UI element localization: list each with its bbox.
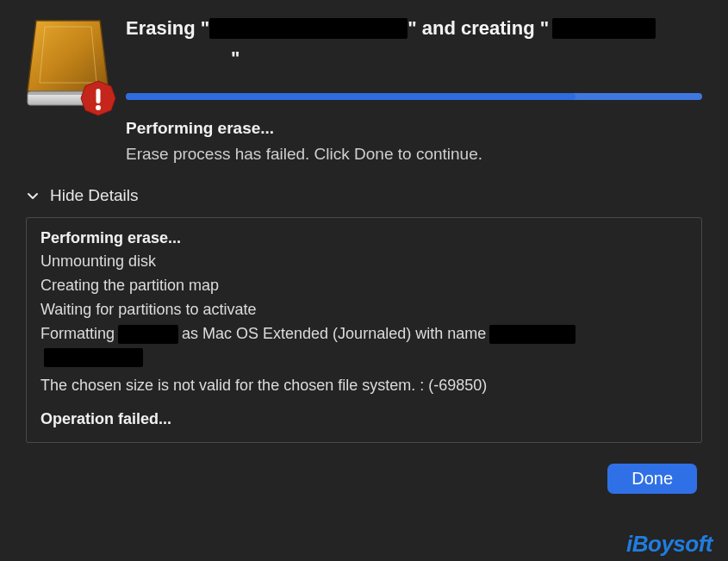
- title-prefix: Erasing ": [126, 16, 209, 42]
- svg-point-6: [96, 105, 101, 110]
- status-subtext: Erase process has failed. Click Done to …: [126, 145, 702, 164]
- progress-bar: [126, 93, 702, 100]
- title-suffix: ": [231, 46, 240, 72]
- log-line-continuation: [40, 346, 688, 369]
- details-toggle-label: Hide Details: [50, 186, 138, 205]
- dialog-title-line2: ": [126, 46, 702, 72]
- drive-icon: [26, 17, 110, 112]
- done-button[interactable]: Done: [607, 464, 697, 494]
- redacted-continuation: [44, 348, 143, 367]
- svg-rect-5: [96, 89, 101, 103]
- details-log: Performing erase... Unmounting disk Crea…: [26, 217, 702, 443]
- progress-fill: [126, 93, 576, 100]
- log-line-error: The chosen size is not valid for the cho…: [40, 374, 688, 398]
- redacted-volume-name: [489, 325, 576, 344]
- fmt-prefix: Formatting: [40, 322, 115, 346]
- log-line: Creating the partition map: [40, 274, 688, 298]
- log-line: Waiting for partitions to activate: [40, 298, 688, 322]
- chevron-down-icon: [26, 189, 40, 203]
- header-stack: Erasing " " and creating " " Performing …: [126, 16, 702, 164]
- fmt-mid: as Mac OS Extended (Journaled) with name: [182, 322, 486, 346]
- log-line-heading: Performing erase...: [40, 227, 688, 251]
- redacted-source-name: [209, 18, 408, 39]
- redacted-target-name-part1: [552, 18, 656, 39]
- dialog-title-line1: Erasing " " and creating ": [126, 16, 702, 42]
- watermark: iBoysoft: [626, 531, 712, 558]
- button-row: Done: [26, 464, 702, 494]
- erase-dialog: Erasing " " and creating " " Performing …: [0, 0, 728, 509]
- alert-icon: [79, 79, 117, 117]
- log-line-formatting: Formatting as Mac OS Extended (Journaled…: [40, 322, 688, 346]
- title-mid: " and creating ": [408, 16, 549, 42]
- log-line-opfail: Operation failed...: [40, 410, 688, 428]
- redacted-disk-id: [118, 325, 178, 344]
- status-heading: Performing erase...: [126, 119, 702, 138]
- details-toggle[interactable]: Hide Details: [26, 186, 138, 205]
- header-row: Erasing " " and creating " " Performing …: [26, 16, 702, 164]
- log-line: Unmounting disk: [40, 250, 688, 274]
